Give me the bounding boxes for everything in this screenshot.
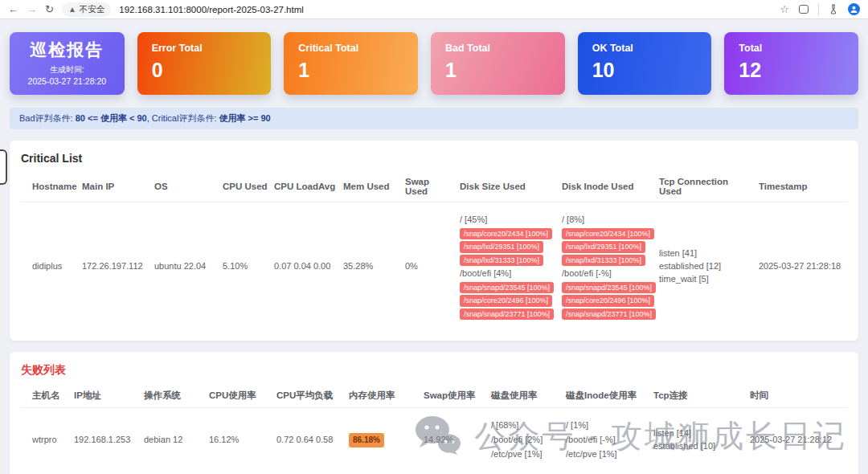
tcp-entry: listen [41] — [659, 247, 752, 260]
card-value: 12 — [739, 59, 844, 82]
notice-prefix: Bad评判条件: — [19, 113, 76, 123]
col-cpu: CPU使用率 — [206, 384, 273, 408]
card-label: OK Total — [592, 43, 698, 54]
cell-tcp: listen [14] established [10] — [650, 407, 747, 472]
toolbar-divider — [818, 4, 819, 15]
security-label: 不安全 — [80, 4, 105, 15]
critical-table-row: didiplus 172.26.197.112 ubuntu 22.04 5.1… — [21, 202, 847, 331]
col-swap-used: Swap Used — [402, 171, 457, 202]
disk-alert-badge: /snap/snapd/23771 [100%] — [562, 309, 656, 320]
ok-total-card: OK Total 10 — [578, 32, 712, 95]
failed-list-title: 失败列表 — [21, 363, 847, 378]
critical-list-title: Critical List — [21, 152, 847, 165]
col-timestamp: Timestamp — [755, 171, 847, 202]
url-text[interactable]: 192.168.31.101:8000/report-2025-03-27.ht… — [119, 5, 772, 14]
cell-swap: 14.92% — [420, 407, 488, 472]
card-label: Error Total — [152, 43, 257, 54]
cell-hostname: didiplus — [21, 202, 79, 331]
disk-entry: /boot/efi [-%] — [566, 434, 647, 447]
disk-alert-badge: /snap/snapd/23771 [100%] — [460, 309, 554, 320]
disk-alert-badge: /snap/core20/2434 [100%] — [460, 228, 552, 239]
cell-ip: 192.168.1.253 — [71, 407, 141, 472]
cell-os: debian 12 — [141, 407, 206, 472]
bookmark-star-icon[interactable]: ☆ — [780, 3, 789, 15]
card-value: 1 — [445, 59, 551, 82]
col-disk: 磁盘使用率 — [488, 384, 563, 408]
disk-entry: /boot/efi [4%] — [460, 268, 555, 280]
notice-critical-condition: 使用率 >= 90 — [219, 113, 271, 123]
cell-mem-used: 35.28% — [340, 202, 402, 331]
disk-entry: /boot/efi [-%] — [562, 268, 653, 280]
failed-header-row: 主机名 IP地址 操作系统 CPU使用率 CPU平均负载 内存使用率 Swap使… — [21, 384, 847, 408]
cell-swap-used: 0% — [402, 202, 457, 331]
col-tcp: Tcp Connection Used — [656, 171, 755, 202]
profile-avatar[interactable] — [848, 3, 860, 15]
card-label: Critical Total — [298, 43, 403, 54]
disk-alert-badge: /snap/lxd/29351 [100%] — [562, 241, 645, 252]
col-swap: Swap使用率 — [420, 384, 488, 408]
critical-list-panel: Critical List Hostname Main IP OS CPU Us… — [10, 141, 858, 341]
summary-cards: 巡检报告 生成时间: 2025-03-27 21:28:20 Error Tot… — [10, 32, 858, 95]
cell-disk-size: / [45%] /snap/core20/2434 [100%] /snap/l… — [457, 202, 559, 331]
security-badge[interactable]: ▲ 不安全 — [62, 2, 111, 17]
disk-alert-badge: /snap/lxd/29351 [100%] — [460, 241, 543, 252]
bad-total-card: Bad Total 1 — [431, 32, 565, 95]
tcp-entry: time_wait [5] — [659, 273, 752, 286]
cell-hostname: wtrpro — [21, 407, 71, 472]
notice-bad-condition: 80 <= 使用率 < 90 — [76, 113, 147, 123]
reload-icon[interactable]: ↻ — [45, 4, 54, 14]
failed-table: 主机名 IP地址 操作系统 CPU使用率 CPU平均负载 内存使用率 Swap使… — [21, 384, 847, 472]
disk-alert-badge: /snap/lxd/31333 [100%] — [460, 255, 543, 266]
browser-toolbar: ← → ↻ ▲ 不安全 192.168.31.101:8000/report-2… — [0, 0, 868, 19]
col-mem-used: Mem Used — [340, 171, 402, 202]
card-label: Total — [739, 43, 844, 54]
warning-icon: ▲ — [68, 5, 76, 14]
criteria-notice: Bad评判条件: 80 <= 使用率 < 90, Critical评判条件: 使… — [10, 108, 858, 129]
col-disk-size: Disk Size Used — [457, 171, 559, 202]
card-label: Bad Total — [445, 43, 551, 54]
cell-disk-inode: / [1%] /boot/efi [-%] /etc/pve [1%] — [563, 407, 650, 472]
cell-tcp: listen [41] established [12] time_wait [… — [656, 202, 755, 331]
col-loadavg: CPU平均负载 — [273, 384, 346, 408]
col-time: 时间 — [747, 384, 847, 408]
cell-cpu-used: 5.10% — [219, 202, 271, 331]
col-disk-inode: Disk Inode Used — [559, 171, 656, 202]
report-card: 巡检报告 生成时间: 2025-03-27 21:28:20 — [10, 32, 125, 95]
col-main-ip: Main IP — [79, 171, 151, 202]
tcp-entry: established [12] — [659, 260, 752, 273]
forward-icon[interactable]: → — [27, 4, 37, 14]
col-tcp: Tcp连接 — [650, 384, 747, 408]
col-mem: 内存使用率 — [346, 384, 420, 408]
card-value: 10 — [592, 59, 698, 82]
side-panel-handle[interactable] — [0, 149, 7, 185]
labs-flask-icon[interactable] — [829, 4, 838, 14]
tcp-entry: listen [14] — [653, 427, 743, 440]
col-cpu-loadavg: CPU LoadAvg — [271, 171, 340, 202]
cell-timestamp: 2025-03-27 21:28:18 — [755, 202, 847, 331]
disk-entry: / [68%] — [491, 419, 559, 432]
report-title: 巡检报告 — [14, 39, 120, 61]
back-icon[interactable]: ← — [8, 4, 18, 14]
report-timestamp: 2025-03-27 21:28:20 — [14, 76, 120, 86]
card-value: 0 — [152, 59, 257, 82]
disk-entry: / [1%] — [566, 419, 647, 432]
tcp-entry: established [10] — [653, 440, 743, 453]
cell-main-ip: 172.26.197.112 — [79, 202, 151, 331]
cell-cpu-loadavg: 0.07 0.04 0.00 — [271, 202, 340, 331]
total-card: Total 12 — [724, 32, 858, 95]
report-subtitle: 生成时间: — [14, 64, 120, 76]
critical-total-card: Critical Total 1 — [284, 32, 418, 95]
notice-middle: , Critical评判条件: — [147, 113, 219, 123]
disk-entry: /etc/pve [1%] — [566, 448, 647, 461]
disk-alert-badge: /snap/snapd/23545 [100%] — [562, 282, 656, 293]
disk-entry: /etc/pve [1%] — [491, 448, 559, 461]
col-cpu-used: CPU Used — [219, 171, 271, 202]
failed-table-row: wtrpro 192.168.1.253 debian 12 16.12% 0.… — [21, 407, 847, 472]
side-panel-icon[interactable] — [799, 5, 809, 14]
col-hostname: 主机名 — [21, 384, 71, 408]
cell-time: 2025-03-27 21:28:12 — [747, 407, 847, 472]
disk-entry: / [8%] — [562, 214, 653, 227]
mem-warn-badge: 86.18% — [349, 433, 384, 448]
disk-entry: /boot/efi [2%] — [491, 434, 559, 447]
error-total-card: Error Total 0 — [137, 32, 272, 95]
